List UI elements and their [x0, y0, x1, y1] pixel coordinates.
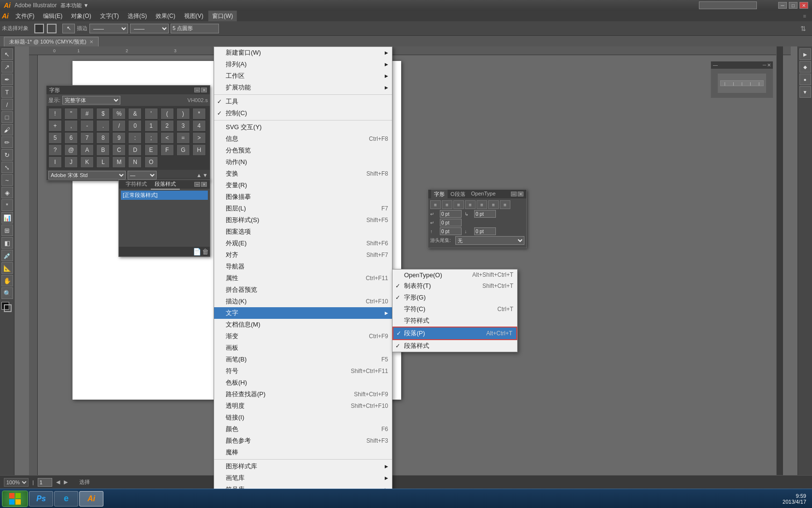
menu-effect[interactable]: 效果(C) [152, 11, 179, 21]
dd-graphic-styles[interactable]: 图形样式(S) Shift+F5 [214, 214, 392, 226]
mini-panel-collapse[interactable]: ─ [763, 62, 766, 68]
right-panel-btn2[interactable]: ◆ [799, 61, 811, 73]
char-style-new[interactable]: 📄 [193, 248, 201, 255]
dd-flattener-preview[interactable]: 拼合器预览 [214, 284, 392, 296]
glyph-panel-minimize[interactable]: ─ [194, 88, 200, 92]
align-option[interactable]: ≡ [500, 200, 510, 209]
glyph-cell[interactable]: ! [48, 108, 62, 120]
maximize-button[interactable]: □ [789, 2, 798, 9]
sub-char-styles[interactable]: 字符样式 [392, 315, 517, 327]
dd-info[interactable]: 信息 Ctrl+F8 [214, 133, 392, 145]
zoom-tool[interactable]: 🔍 [1, 287, 13, 299]
char-panel-close[interactable]: ✕ [201, 182, 207, 187]
dd-swatches[interactable]: 色板(H) [214, 377, 392, 388]
align-left[interactable]: ≡ [430, 200, 441, 209]
dd-new-window[interactable]: 新建窗口(W) [214, 47, 392, 59]
dd-attributes[interactable]: 属性 Ctrl+F11 [214, 272, 392, 284]
ot-space-before[interactable] [440, 227, 462, 235]
eyedropper-tool[interactable]: 💉 [1, 250, 13, 261]
dd-gradient[interactable]: 渐变 Ctrl+F9 [214, 330, 392, 342]
glyph-cell[interactable]: * [192, 108, 206, 120]
glyph-cell[interactable]: $ [96, 108, 110, 120]
dd-transparency[interactable]: 透明度 Shift+Ctrl+F10 [214, 400, 392, 412]
warp-tool[interactable]: ~ [1, 174, 13, 186]
glyph-cell[interactable]: G [176, 144, 190, 156]
sub-para-styles[interactable]: 段落样式 [392, 340, 517, 352]
align-justify-force[interactable]: ≡ [488, 200, 499, 209]
sub-opentype[interactable]: OpenType(O) Alt+Shift+Ctrl+T [392, 269, 517, 280]
ot-panel-minimize[interactable]: ─ [511, 192, 517, 196]
ot-panel-close[interactable]: ✕ [518, 192, 523, 196]
glyph-cell[interactable]: 3 [176, 120, 190, 132]
stroke-icon[interactable] [4, 304, 12, 312]
sub-tabs[interactable]: 制表符(T) Shift+Ctrl+T [392, 280, 517, 292]
glyph-panel-close[interactable]: ✕ [201, 88, 207, 92]
dd-color[interactable]: 颜色 F6 [214, 423, 392, 435]
glyph-cell[interactable]: 5 [48, 132, 62, 144]
glyph-cell[interactable]: ( [160, 108, 174, 120]
glyph-cell[interactable]: 2 [160, 120, 174, 132]
document-tab[interactable]: 未标题-1* @ 100% (CMYK/预览) ✕ [4, 37, 99, 46]
tab-close-button[interactable]: ✕ [89, 39, 93, 45]
zoom-select[interactable]: 100% [4, 478, 29, 487]
gradient-tool[interactable]: ◧ [1, 237, 13, 249]
dd-image-trace[interactable]: 图像描摹 [214, 191, 392, 203]
glyph-cell[interactable]: = [176, 132, 190, 144]
hand-tool[interactable]: ✋ [1, 275, 13, 286]
glyph-cell[interactable]: A [80, 144, 94, 156]
char-style-tab[interactable]: 字符样式 [122, 179, 151, 190]
glyph-cell[interactable]: " [64, 108, 78, 120]
taskbar-ie[interactable]: e [54, 491, 78, 507]
dd-align[interactable]: 对齐 Shift+F7 [214, 249, 392, 261]
menu-view[interactable]: 视图(V) [180, 11, 207, 21]
glyph-cell[interactable]: J [64, 156, 78, 168]
glyph-cell[interactable]: L [96, 156, 110, 168]
glyph-cell[interactable]: M [112, 156, 126, 168]
glyph-cell[interactable]: @ [64, 144, 78, 156]
glyph-cell[interactable]: / [112, 120, 126, 132]
glyph-cell[interactable]: - [80, 120, 94, 132]
glyph-cell[interactable]: F [160, 144, 174, 156]
ot-tab-glyph[interactable]: 字形 [431, 190, 448, 199]
dd-svg[interactable]: SVG 交互(Y) [214, 121, 392, 133]
dd-color-guide[interactable]: 颜色参考 Shift+F3 [214, 435, 392, 447]
blend-tool[interactable]: ◈ [1, 187, 13, 198]
dd-brushes[interactable]: 画笔(B) F5 [214, 354, 392, 365]
glyph-cell[interactable]: # [80, 108, 94, 120]
ot-indent-right[interactable] [474, 210, 496, 218]
ot-tab-para[interactable]: O段落 [448, 190, 468, 199]
glyph-cell[interactable]: 4 [192, 120, 206, 132]
glyph-cell[interactable]: ' [145, 108, 158, 120]
glyph-cell[interactable]: 1 [145, 120, 158, 132]
align-right[interactable]: ≡ [453, 200, 464, 209]
stroke-select[interactable]: —— [89, 24, 128, 33]
glyph-cell[interactable]: 8 [96, 132, 110, 144]
dd-transform[interactable]: 变换 Shift+F8 [214, 168, 392, 179]
menu-edit[interactable]: 编辑(E) [39, 11, 66, 21]
sub-character[interactable]: 字符(C) Ctrl+T [392, 303, 517, 315]
menu-window[interactable]: 窗口(W) [208, 11, 237, 21]
align-justify[interactable]: ≡ [465, 200, 476, 209]
taskbar-illustrator[interactable]: Ai [79, 491, 103, 507]
glyph-cell[interactable]: > [192, 132, 206, 144]
pencil-tool[interactable]: ✏ [1, 136, 13, 148]
scale-tool[interactable]: ⤡ [1, 162, 13, 173]
start-button[interactable] [2, 491, 28, 507]
page-input[interactable] [38, 478, 52, 487]
glyph-cell[interactable]: : [128, 132, 142, 144]
move-tool[interactable]: ↖ [62, 24, 75, 33]
dd-text[interactable]: 文字 [214, 307, 392, 319]
style-item-normal[interactable]: [正常段落样式] [121, 191, 208, 200]
menu-object[interactable]: 对象(O) [67, 11, 95, 21]
line-tool[interactable]: / [1, 99, 13, 110]
char-style-panel-header[interactable]: 字符样式 段落样式 ─ ✕ [119, 180, 210, 189]
menu-help[interactable]: ≡ [799, 11, 810, 21]
glyph-cell[interactable]: K [80, 156, 94, 168]
glyph-cell[interactable]: D [128, 144, 142, 156]
paintbrush-tool[interactable]: 🖌 [1, 124, 13, 135]
right-panel-btn3[interactable]: ● [799, 74, 811, 85]
fill-swatch[interactable] [34, 24, 44, 33]
menu-text[interactable]: 文字(T) [96, 11, 123, 21]
menu-file[interactable]: 文件(F) [12, 11, 38, 21]
mesh-tool[interactable]: ⊞ [1, 224, 13, 236]
